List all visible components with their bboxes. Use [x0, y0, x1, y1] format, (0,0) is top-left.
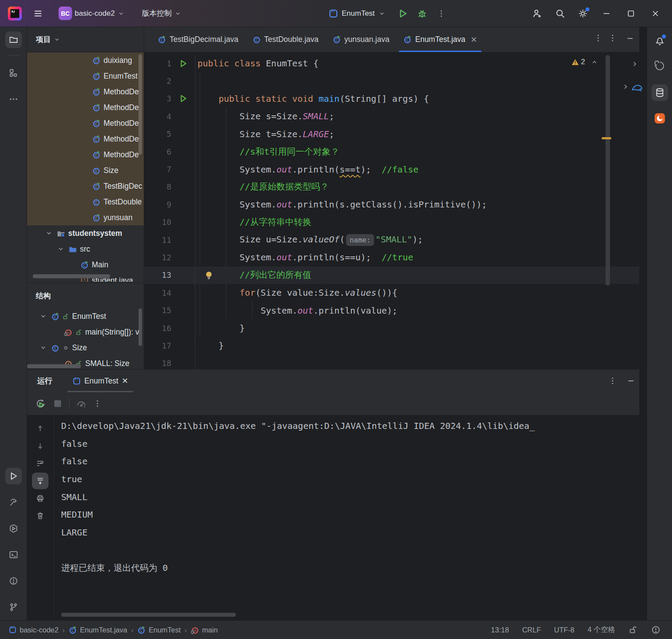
hide-editor-icon[interactable] — [626, 35, 634, 42]
structure-item-Size[interactable]: E Size — [27, 340, 144, 356]
database-button[interactable] — [651, 84, 668, 101]
project-item-studentsystem[interactable]: studentsystem — [27, 225, 144, 241]
svg-text:C: C — [95, 184, 98, 189]
run-toolwindow-button[interactable] — [5, 468, 22, 484]
vcs-menu[interactable]: 版本控制 — [139, 6, 185, 21]
version-control-toolwindow-button[interactable] — [5, 599, 22, 615]
notifications-status-icon[interactable] — [651, 625, 661, 635]
project-item-MethodDe[interactable]: C MethodDe — [27, 147, 144, 162]
code-with-me-icon[interactable] — [532, 8, 543, 19]
project-item-TestBigDec[interactable]: C TestBigDec — [27, 178, 144, 194]
expand-database-chevron[interactable] — [622, 83, 629, 90]
error-stripe-warning-mark[interactable] — [602, 137, 611, 139]
app-sq-icon — [9, 626, 17, 634]
status-item[interactable]: UTF-8 — [554, 626, 575, 634]
status-item[interactable]: CRLF — [522, 626, 541, 634]
project-vertical-scrollbar[interactable] — [139, 54, 142, 155]
project-item-MethodDe[interactable]: C MethodDe — [27, 131, 144, 147]
run-configuration-selector[interactable]: EnumTest — [329, 9, 385, 18]
structure-item-main(String[]): v[interactable]: m main(String[]): v — [27, 324, 144, 340]
run-panel-hide-icon[interactable] — [627, 377, 635, 385]
run-tab-close-icon[interactable]: ✕ — [122, 376, 128, 386]
console-options-icon[interactable] — [93, 399, 102, 408]
soft-wrap-icon[interactable] — [32, 455, 48, 472]
more-toolwindows-button[interactable] — [5, 91, 22, 107]
scroll-up-icon[interactable] — [32, 420, 48, 437]
window-maximize-button[interactable] — [625, 9, 637, 18]
structure-item-EnumTest[interactable]: C EnumTest — [27, 308, 144, 324]
project-item-Size[interactable]: E Size — [27, 162, 144, 178]
settings-gear-icon[interactable] — [578, 8, 588, 19]
editor-tab-yunsuan.java[interactable]: Cyunsuan.java — [326, 27, 396, 52]
window-minimize-button[interactable] — [600, 9, 613, 18]
window-close-button[interactable] — [649, 9, 662, 18]
editor-tab-TestBigDecimal.java[interactable]: CTestBigDecimal.java — [151, 27, 246, 52]
structure-horizontal-scrollbar[interactable] — [27, 364, 81, 368]
project-panel-header[interactable]: 项目 — [27, 27, 144, 52]
main-menu-button[interactable] — [30, 6, 46, 21]
structure-panel-header[interactable]: 结构 — [27, 283, 144, 308]
problems-toolwindow-button[interactable] — [5, 573, 22, 589]
services-toolwindow-button[interactable] — [5, 520, 22, 537]
intention-bulb-icon[interactable] — [204, 270, 214, 280]
clear-all-icon[interactable] — [32, 508, 48, 524]
rerun-button[interactable] — [35, 398, 46, 409]
inspections-widget[interactable]: 2 — [572, 58, 610, 66]
console-line: MEDIUM — [61, 506, 635, 524]
project-item-MethodDe[interactable]: C MethodDe — [27, 115, 144, 131]
run-line-icon[interactable] — [179, 59, 188, 68]
structure-vertical-scrollbar[interactable] — [139, 308, 142, 346]
code-editor[interactable]: 1 public class EnumTest { 2 3 public sta… — [144, 52, 639, 369]
run-button[interactable] — [398, 8, 408, 19]
project-item-TestDouble[interactable]: C TestDouble — [27, 194, 144, 210]
terminal-toolwindow-button[interactable] — [5, 546, 22, 563]
plugin-orange-button[interactable] — [651, 110, 668, 127]
scroll-to-end-icon[interactable] — [32, 473, 48, 489]
left-tool-strip — [0, 27, 27, 620]
project-item-yunsuan[interactable]: C yunsuan — [27, 210, 144, 225]
console-horizontal-scrollbar[interactable] — [61, 613, 236, 617]
tree-item-label: studentsystem — [68, 229, 122, 238]
structure-toolwindow-button[interactable] — [5, 65, 22, 81]
debug-button[interactable] — [417, 8, 427, 19]
prev-problem-icon[interactable] — [591, 59, 598, 66]
project-switcher[interactable]: BC basic-code2 — [55, 4, 128, 23]
project-item-Main[interactable]: C Main — [27, 257, 144, 273]
project-item-MethodDe[interactable]: C MethodDe — [27, 100, 144, 115]
build-toolwindow-button[interactable] — [5, 494, 22, 511]
expand-right-panel-chevron[interactable] — [631, 60, 638, 68]
run-line-icon[interactable] — [179, 94, 188, 103]
breadcrumb-main[interactable]: mmain — [191, 626, 218, 634]
project-item-src[interactable]: src — [27, 241, 144, 257]
console[interactable]: D:\develop\Java21\jdk-21\bin\java.exe "-… — [27, 415, 639, 620]
more-actions-button[interactable] — [437, 9, 446, 18]
notifications-button[interactable] — [651, 32, 668, 49]
project-horizontal-scrollbar[interactable] — [33, 274, 110, 278]
run-panel-options-icon[interactable] — [608, 376, 617, 386]
breadcrumb-basic-code2[interactable]: basic-code2 — [9, 626, 59, 634]
breadcrumb-EnumTest.java[interactable]: CEnumTest.java — [69, 626, 127, 634]
stop-button[interactable] — [52, 398, 63, 409]
editor-vertical-scrollbar[interactable] — [606, 55, 610, 286]
readonly-unlock-icon[interactable] — [628, 625, 638, 635]
editor-options-icon[interactable] — [608, 33, 617, 43]
tree-item-label: MethodDe — [104, 135, 139, 144]
print-icon[interactable] — [32, 490, 48, 507]
ai-assistant-button[interactable] — [651, 58, 668, 74]
editor-tab-EnumTest.java[interactable]: CEnumTest.java ✕ — [396, 27, 484, 52]
project-item-duixiang[interactable]: C duixiang — [27, 52, 144, 68]
scroll-down-icon[interactable] — [32, 438, 48, 454]
tab-list-icon[interactable] — [594, 33, 603, 43]
run-tab[interactable]: EnumTest ✕ — [67, 370, 133, 392]
search-everywhere-icon[interactable] — [555, 8, 565, 19]
project-toolwindow-button[interactable] — [5, 31, 22, 48]
project-item-MethodDe[interactable]: C MethodDe — [27, 84, 144, 100]
tab-close-icon[interactable]: ✕ — [471, 35, 477, 45]
console-line: LARGE — [61, 524, 635, 542]
editor-tab-TestDouble.java[interactable]: CTestDouble.java — [246, 27, 326, 52]
profiler-button[interactable] — [76, 398, 87, 409]
breadcrumb-EnumTest[interactable]: CEnumTest — [137, 626, 180, 634]
status-item[interactable]: 4 个空格 — [588, 625, 615, 635]
project-item-EnumTest[interactable]: C EnumTest — [27, 68, 144, 84]
status-item[interactable]: 13:18 — [491, 626, 509, 634]
